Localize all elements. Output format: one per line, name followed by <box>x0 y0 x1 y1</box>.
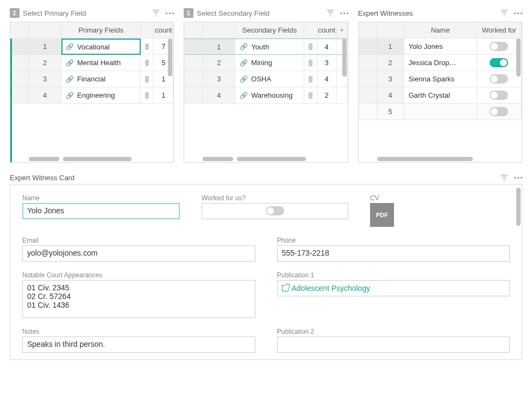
row-number[interactable]: 1 <box>29 39 61 55</box>
witness-name-cell[interactable]: Sienna Sparks <box>404 71 477 87</box>
link-icon: 🔗 <box>240 43 248 50</box>
row-handle[interactable] <box>10 71 29 87</box>
worked-toggle[interactable] <box>490 74 508 84</box>
row-number[interactable]: 1 <box>377 39 404 55</box>
witness-name-cell[interactable] <box>404 104 477 120</box>
row-handle[interactable] <box>359 104 377 120</box>
primary-field-cell[interactable]: 🔗Engineering <box>61 87 141 104</box>
row-handle[interactable] <box>184 87 203 104</box>
worked-for-cell[interactable] <box>477 104 522 120</box>
label-pub1: Publication 1 <box>277 271 510 279</box>
row-number[interactable]: 2 <box>203 55 235 71</box>
row-number[interactable]: 3 <box>377 71 404 87</box>
witness-name-cell[interactable]: Yolo Jones <box>404 39 477 55</box>
count-icon <box>141 55 154 71</box>
card-title: Expert Witness Card <box>10 174 496 182</box>
row-number[interactable]: 3 <box>203 71 235 87</box>
scrollbar-vertical[interactable] <box>516 39 521 156</box>
col-header[interactable]: Name <box>404 22 477 39</box>
selection-bar <box>10 39 12 162</box>
primary-field-cell[interactable]: 🔗Vocational <box>61 39 141 55</box>
notes-field[interactable]: Speaks in third person. <box>22 336 255 353</box>
col-header[interactable]: Primary Fields <box>61 22 141 39</box>
row-handle[interactable] <box>10 39 29 55</box>
filter-icon[interactable] <box>500 9 508 17</box>
worked-for-cell[interactable] <box>477 55 522 71</box>
worked-toggle[interactable] <box>490 107 508 116</box>
link-icon: 🔗 <box>66 75 74 83</box>
witness-name-cell[interactable]: Jessica Drop… <box>404 55 477 71</box>
worked-toggle[interactable] <box>490 42 508 51</box>
scrollbar-horizontal[interactable] <box>377 157 514 161</box>
link-icon: 🔗 <box>240 75 248 83</box>
row-number[interactable]: 1 <box>203 39 235 55</box>
count-cell[interactable]: 4 <box>317 39 337 55</box>
cv-pdf-icon[interactable]: PDF <box>370 203 394 227</box>
worked-toggle[interactable] <box>490 58 508 67</box>
add-column-button[interactable]: + <box>337 22 348 39</box>
count-cell[interactable]: 3 <box>317 55 337 71</box>
scrollbar-horizontal[interactable] <box>29 157 166 161</box>
worked-for-cell[interactable] <box>477 71 522 87</box>
grid-primary[interactable]: Primary Fields count <box>10 22 173 39</box>
name-field[interactable]: Yolo Jones <box>22 203 180 219</box>
worked-toggle[interactable] <box>490 91 508 100</box>
email-field[interactable]: yolo@yolojones.com <box>22 245 255 262</box>
row-handle[interactable] <box>359 71 377 87</box>
more-icon[interactable] <box>164 12 174 14</box>
col-header[interactable]: count <box>317 22 337 39</box>
more-icon[interactable] <box>339 12 348 14</box>
grid-secondary[interactable]: Secondary Fields count + <box>184 22 347 39</box>
worked-for-cell[interactable] <box>477 39 522 55</box>
filter-icon[interactable] <box>500 174 508 182</box>
row-number[interactable]: 4 <box>377 87 404 104</box>
court-field[interactable]: 01 Civ. 2345 02 Cr. 57264 01 Civ. 1436 <box>22 280 255 318</box>
row-handle[interactable] <box>184 39 203 55</box>
row-handle[interactable] <box>359 55 377 71</box>
row-handle[interactable] <box>10 55 29 71</box>
scrollbar-vertical[interactable] <box>516 188 521 356</box>
scrollbar-vertical[interactable] <box>168 39 172 156</box>
witness-name-cell[interactable]: Garth Crystal <box>404 87 477 104</box>
row-number[interactable]: 5 <box>377 104 404 120</box>
count-icon <box>304 39 317 55</box>
more-icon[interactable] <box>512 12 522 14</box>
col-header[interactable]: Worked for <box>477 22 522 39</box>
filter-icon[interactable] <box>327 9 334 17</box>
row-handle[interactable] <box>359 39 377 55</box>
filter-icon[interactable] <box>152 9 160 17</box>
primary-field-cell[interactable]: 🔗Mental Health <box>61 55 141 71</box>
link-icon: 🔗 <box>66 43 74 50</box>
row-handle[interactable] <box>184 55 203 71</box>
row-number[interactable]: 4 <box>203 87 235 104</box>
label-pub2: Publication 2 <box>277 328 510 335</box>
publication2-field[interactable] <box>277 336 510 353</box>
scrollbar-horizontal[interactable] <box>203 157 340 161</box>
row-number[interactable]: 2 <box>29 55 61 71</box>
count-icon <box>141 71 154 87</box>
row-handle[interactable] <box>184 71 203 87</box>
secondary-field-cell[interactable]: 🔗Warehousing <box>235 87 304 104</box>
worked-for-cell[interactable] <box>477 87 522 104</box>
label-name: Name <box>22 194 180 202</box>
sigma-icon: Σ <box>184 8 193 18</box>
more-icon[interactable] <box>512 177 522 179</box>
row-number[interactable]: 4 <box>29 87 61 104</box>
row-number[interactable]: 2 <box>377 55 404 71</box>
secondary-field-cell[interactable]: 🔗Mining <box>235 55 304 71</box>
secondary-field-cell[interactable]: 🔗OSHA <box>235 71 304 87</box>
primary-field-cell[interactable]: 🔗Financial <box>61 71 141 87</box>
row-handle[interactable] <box>359 87 377 104</box>
count-cell[interactable]: 2 <box>317 87 337 104</box>
count-cell[interactable]: 4 <box>317 71 337 87</box>
col-header[interactable]: Secondary Fields <box>235 22 304 39</box>
grid-witnesses[interactable]: Name Worked for <box>359 22 522 39</box>
phone-field[interactable]: 555-173-2218 <box>277 245 510 262</box>
worked-toggle[interactable] <box>266 206 284 215</box>
row-handle[interactable] <box>10 87 29 104</box>
publication1-field[interactable]: Adolescent Psychology <box>277 280 510 296</box>
row-number[interactable]: 3 <box>29 71 61 87</box>
col-header[interactable]: count <box>154 22 173 39</box>
scrollbar-vertical[interactable] <box>342 39 347 156</box>
secondary-field-cell[interactable]: 🔗Youth <box>235 39 304 55</box>
